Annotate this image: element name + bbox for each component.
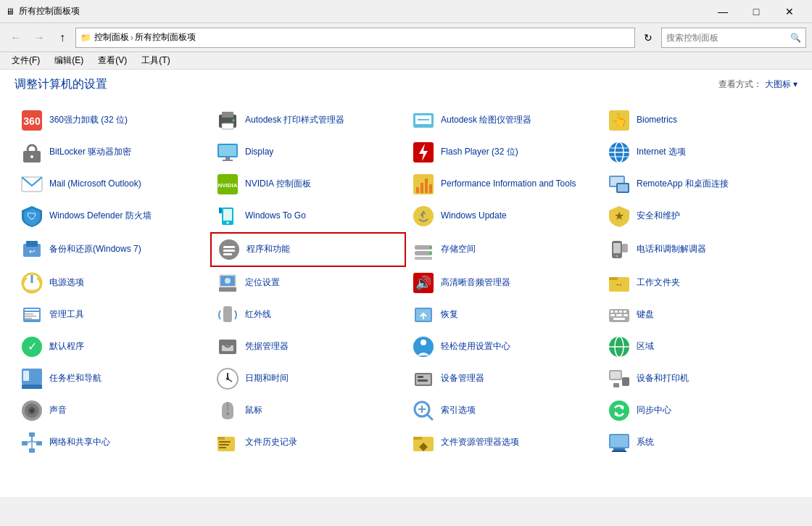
item-label: 网络和共享中心 <box>49 437 110 448</box>
list-item[interactable]: NVIDIA NVIDIA 控制面板 <box>210 168 406 200</box>
list-item[interactable]: 索引选项 <box>406 395 602 427</box>
item-label: 索引选项 <box>441 405 476 416</box>
item-label: 轻松使用设置中心 <box>441 341 510 353</box>
list-item[interactable]: 定位设置 <box>210 267 406 299</box>
list-item[interactable]: ✓ 默认程序 <box>14 331 210 363</box>
list-item[interactable]: 日期和时间 <box>210 363 406 395</box>
list-item[interactable]: 👆 Biometrics <box>602 104 798 136</box>
list-item[interactable]: Display <box>210 136 406 168</box>
list-item[interactable]: 存储空间 <box>406 232 602 267</box>
title-bar-controls: — □ ✕ <box>706 0 806 23</box>
list-item[interactable]: Autodesk 绘图仪管理器 <box>406 104 602 136</box>
item-label: 管理工具 <box>49 309 84 321</box>
list-item[interactable]: 设备和打印机 <box>602 363 798 395</box>
list-item[interactable]: 恢复 <box>406 299 602 331</box>
list-item[interactable]: 系统 <box>602 427 798 459</box>
breadcrumb-item-1[interactable]: 控制面板 <box>94 31 129 44</box>
list-item[interactable]: ↩ 备份和还原(Windows 7) <box>14 232 210 267</box>
item-icon-power <box>20 271 44 295</box>
menu-view[interactable]: 查看(V) <box>92 53 133 68</box>
svg-rect-36 <box>618 184 628 192</box>
refresh-button[interactable]: ↻ <box>638 28 658 48</box>
list-item[interactable]: ★ 安全和维护 <box>602 200 798 232</box>
item-icon-defaults: ✓ <box>20 335 44 358</box>
forward-button[interactable]: → <box>29 28 49 48</box>
item-label: 高清晰音频管理器 <box>441 277 510 289</box>
list-item[interactable]: Internet 选项 <box>602 136 798 168</box>
svg-point-5 <box>232 119 235 122</box>
item-label: 存储空间 <box>441 244 476 255</box>
list-item[interactable]: 网络和共享中心 <box>14 427 210 459</box>
svg-rect-41 <box>219 207 222 213</box>
menu-tools[interactable]: 工具(T) <box>136 53 175 68</box>
list-item[interactable]: Performance Information and Tools <box>406 168 602 200</box>
list-item[interactable]: 声音 <box>14 395 210 427</box>
svg-rect-76 <box>223 306 232 322</box>
list-item[interactable]: 电源选项 <box>14 267 210 299</box>
item-label: Windows To Go <box>245 210 306 222</box>
list-item[interactable]: 同步中心 <box>602 395 798 427</box>
list-item[interactable]: 文件历史记录 <box>210 427 406 459</box>
list-item[interactable]: Windows To Go <box>210 200 406 232</box>
svg-text:NVIDIA: NVIDIA <box>218 182 237 189</box>
list-item[interactable]: 任务栏和导航 <box>14 363 210 395</box>
list-item[interactable]: Flash Player (32 位) <box>406 136 602 168</box>
back-button[interactable]: ← <box>6 28 26 48</box>
item-label: Display <box>245 147 273 158</box>
svg-rect-88 <box>613 318 625 320</box>
search-input[interactable] <box>666 33 790 43</box>
menu-file[interactable]: 文件(F) <box>6 53 46 68</box>
svg-text:↩: ↩ <box>29 247 35 255</box>
list-item[interactable]: Autodesk 打印样式管理器 <box>210 104 406 136</box>
svg-line-121 <box>427 414 432 419</box>
list-item[interactable]: 红外线 <box>210 299 406 331</box>
view-current[interactable]: 大图标 ▾ <box>765 78 798 91</box>
item-icon-filehistory <box>216 431 239 454</box>
item-label: 工作文件夹 <box>637 277 680 289</box>
breadcrumb-item-2[interactable]: 所有控制面板项 <box>135 31 196 44</box>
up-button[interactable]: ↑ <box>52 28 72 48</box>
item-label: 恢复 <box>441 309 458 321</box>
list-item[interactable]: 360 360强力卸载 (32 位) <box>14 104 210 136</box>
menu-edit[interactable]: 编辑(E) <box>49 53 89 68</box>
minimize-button[interactable]: — <box>706 0 740 23</box>
list-item[interactable]: 鼠标 <box>210 395 406 427</box>
list-item[interactable]: 区域 <box>602 331 798 363</box>
list-item[interactable]: 键盘 <box>602 299 798 331</box>
svg-rect-72 <box>25 311 39 312</box>
item-icon-recovery <box>412 303 435 326</box>
item-icon-datetime <box>216 367 239 390</box>
breadcrumb: 控制面板 › 所有控制面板项 <box>94 31 196 44</box>
items-grid: 360 360强力卸载 (32 位) Autodesk 打印样式管理器 Auto… <box>14 104 798 459</box>
close-button[interactable]: ✕ <box>773 0 806 23</box>
list-item[interactable]: 凭据管理器 <box>210 331 406 363</box>
list-item[interactable]: ↔ 工作文件夹 <box>602 267 798 299</box>
item-icon-phone <box>608 238 631 261</box>
maximize-button[interactable]: □ <box>740 0 773 23</box>
svg-rect-4 <box>222 123 233 129</box>
address-folder-icon: 📁 <box>80 33 91 43</box>
search-icon: 🔍 <box>790 33 801 43</box>
list-item[interactable]: Mail (Microsoft Outlook) <box>14 168 210 200</box>
svg-point-55 <box>429 252 432 255</box>
svg-rect-139 <box>219 447 226 448</box>
item-label: 文件资源管理器选项 <box>441 437 519 448</box>
list-item[interactable]: 文件资源管理器选项 <box>406 427 602 459</box>
list-item[interactable]: 🔊 高清晰音频管理器 <box>406 267 602 299</box>
list-item[interactable]: RemoteApp 和桌面连接 <box>602 168 798 200</box>
list-item[interactable]: Windows Update <box>406 200 602 232</box>
list-item[interactable]: BitLocker 驱动器加密 <box>14 136 210 168</box>
list-item[interactable]: 管理工具 <box>14 299 210 331</box>
list-item[interactable]: 轻松使用设置中心 <box>406 331 602 363</box>
list-item[interactable]: 设备管理器 <box>406 363 602 395</box>
list-item[interactable]: 电话和调制解调器 <box>602 232 798 267</box>
list-item[interactable]: 🛡 Windows Defender 防火墙 <box>14 200 210 232</box>
svg-rect-50 <box>223 253 232 255</box>
list-item-highlighted[interactable]: 程序和功能 <box>210 232 406 267</box>
item-label: 任务栏和导航 <box>49 373 102 385</box>
svg-rect-29 <box>416 187 419 193</box>
item-icon-fileexplorer <box>412 431 435 454</box>
item-label: 声音 <box>49 405 67 416</box>
svg-rect-112 <box>622 377 629 386</box>
svg-rect-85 <box>610 314 615 316</box>
